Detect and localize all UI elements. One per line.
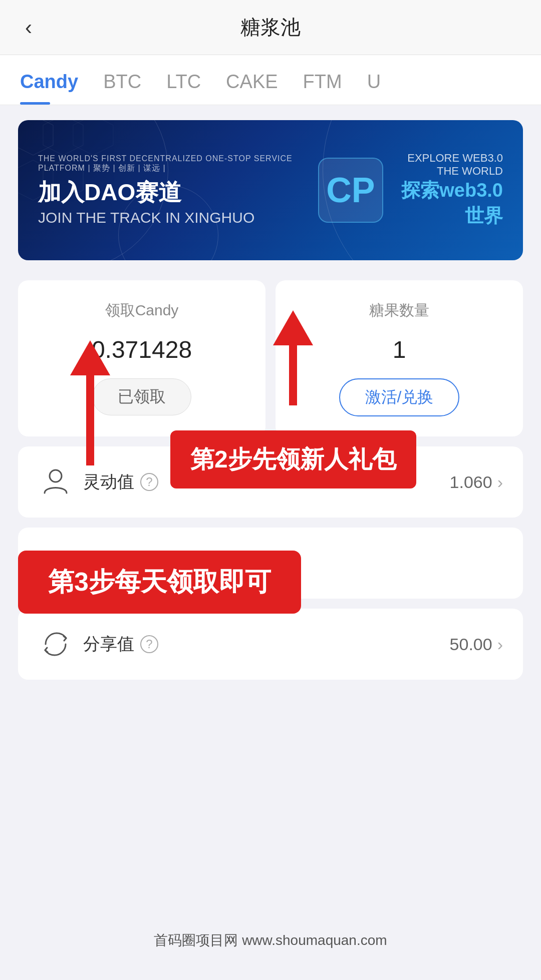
banner-right: EXPLORE WEB3.0 THE WORLD 探索web3.0世界 <box>383 152 503 229</box>
banner-join-text: JOIN THE TRACK IN XINGHUO <box>38 209 318 226</box>
svg-point-5 <box>50 470 62 482</box>
refresh-icon <box>38 627 73 662</box>
banner-logo: CP <box>318 153 383 228</box>
banner-web3: 探索web3.0世界 <box>383 178 503 229</box>
candy-card-label: 领取Candy <box>105 300 179 321</box>
share-label: 分享值 ? <box>83 633 158 656</box>
honor-label: 荣耀值 ? <box>83 552 158 575</box>
svg-point-6 <box>48 559 64 575</box>
banner-explore: EXPLORE WEB3.0 THE WORLD <box>383 152 503 178</box>
footer: 首码圈项目网 www.shoumaquan.com <box>0 931 541 950</box>
activate-button[interactable]: 激活/兑换 <box>339 378 460 416</box>
honor-help-icon[interactable]: ? <box>140 554 158 572</box>
svg-marker-1 <box>43 120 83 155</box>
list-item-honor[interactable]: 荣耀值 ? <box>18 528 523 599</box>
tabs-bar: Candy BTC LTC CAKE FTM U <box>0 55 541 105</box>
tab-candy[interactable]: Candy <box>15 71 98 105</box>
list-item-left: 灵动值 ? <box>38 464 158 500</box>
banner-subtitle: THE WORLD'S FIRST DECENTRALIZED ONE-STOP… <box>38 154 318 174</box>
list-item-share[interactable]: 分享值 ? 50.00 › <box>18 609 523 680</box>
info-cards-row: 领取Candy 0.371428 已领取 糖果数量 1 激活/兑换 <box>0 270 541 446</box>
agility-chevron: › <box>497 472 503 492</box>
agility-value: 1.060 › <box>450 472 503 492</box>
list-section: 灵动值 ? 1.060 › 荣耀值 ? <box>0 446 541 680</box>
tab-u[interactable]: U <box>362 71 401 105</box>
share-value: 50.00 › <box>450 635 503 654</box>
banner-wrapper: THE WORLD'S FIRST DECENTRALIZED ONE-STOP… <box>0 105 541 270</box>
banner-main-text: 加入DAO赛道 <box>38 179 318 206</box>
list-item-left: 分享值 ? <box>38 627 158 662</box>
claimed-button[interactable]: 已领取 <box>92 378 191 415</box>
sugar-card-label: 糖果数量 <box>369 300 429 321</box>
banner-left: THE WORLD'S FIRST DECENTRALIZED ONE-STOP… <box>38 154 318 226</box>
tab-btc[interactable]: BTC <box>98 71 161 105</box>
svg-point-7 <box>53 564 59 570</box>
tab-cake[interactable]: CAKE <box>221 71 298 105</box>
header: ‹ 糖浆池 <box>0 0 541 55</box>
sugar-card-value: 1 <box>393 336 406 363</box>
list-item-left: 荣耀值 ? <box>38 546 158 581</box>
banner[interactable]: THE WORLD'S FIRST DECENTRALIZED ONE-STOP… <box>18 120 523 260</box>
tab-ltc[interactable]: LTC <box>161 71 221 105</box>
footer-text: 首码圈项目网 www.shoumaquan.com <box>154 932 387 948</box>
svg-marker-2 <box>73 120 113 155</box>
tab-ftm[interactable]: FTM <box>298 71 362 105</box>
candy-card-value: 0.371428 <box>92 336 192 363</box>
svg-marker-0 <box>18 120 53 155</box>
share-help-icon[interactable]: ? <box>140 635 158 653</box>
list-item-agility[interactable]: 灵动值 ? 1.060 › <box>18 446 523 518</box>
candy-card: 领取Candy 0.371428 已领取 <box>18 280 265 436</box>
cp-logo: CP <box>318 158 383 223</box>
agility-help-icon[interactable]: ? <box>140 473 158 491</box>
back-button[interactable]: ‹ <box>25 16 32 40</box>
medal-icon <box>38 546 73 581</box>
agility-label: 灵动值 ? <box>83 470 158 494</box>
sugar-card: 糖果数量 1 激活/兑换 <box>276 280 523 436</box>
page-title: 糖浆池 <box>240 14 301 41</box>
share-chevron: › <box>497 635 503 654</box>
person-icon <box>38 464 73 500</box>
